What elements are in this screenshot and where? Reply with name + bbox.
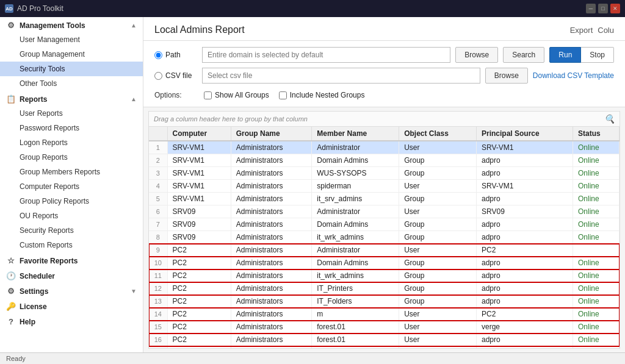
table-row[interactable]: 4SRV-VM1AdministratorsspidermanUserSRV-V… xyxy=(149,180,620,193)
settings-label: Settings xyxy=(20,287,48,296)
sidebar-item-computer-reports[interactable]: Computer Reports xyxy=(0,179,143,194)
sidebar-item-group-members-reports[interactable]: Group Members Reports xyxy=(0,165,143,179)
options-row: Options: Show All Groups Include Nested … xyxy=(154,88,614,101)
include-nested-text: Include Nested Groups xyxy=(290,91,365,99)
sidebar-item-password-reports[interactable]: Password Reports xyxy=(0,121,143,135)
path-browse-button[interactable]: Browse xyxy=(455,47,498,63)
sidebar-item-settings[interactable]: ⚙ Settings ▼ xyxy=(0,283,143,298)
cell-object-class: Group xyxy=(399,269,477,282)
show-all-groups-checkbox[interactable] xyxy=(204,91,212,99)
col-computer[interactable]: Computer xyxy=(167,127,231,141)
run-button[interactable]: Run xyxy=(549,47,581,63)
table-row[interactable]: 14PC2AdministratorsmUserPC2Online xyxy=(149,308,620,321)
row-num: 11 xyxy=(149,269,167,282)
path-input[interactable] xyxy=(202,47,450,63)
sidebar-item-other-tools[interactable]: Other Tools xyxy=(0,76,143,91)
table-wrapper[interactable]: Computer Group Name Member Name Object C… xyxy=(149,127,620,348)
path-radio[interactable] xyxy=(154,51,162,59)
path-search-button[interactable]: Search xyxy=(503,47,544,63)
csv-input[interactable] xyxy=(202,68,480,84)
table-row[interactable]: 17PC1AdministratorsAdministratorUserPC1O… xyxy=(149,346,620,349)
sidebar-section-reports[interactable]: 📋 Reports ▲ xyxy=(0,91,143,106)
cell-status xyxy=(573,244,620,257)
table-row[interactable]: 16PC2Administratorsforest.01UseradproOnl… xyxy=(149,334,620,346)
content-header: Local Admins Report Export Colu xyxy=(143,17,625,41)
settings-icon: ⚙ xyxy=(6,287,16,296)
cell-group-name: Administrators xyxy=(231,257,312,269)
sidebar-item-group-reports[interactable]: Group Reports xyxy=(0,150,143,165)
col-member-name[interactable]: Member Name xyxy=(312,127,399,141)
row-num: 17 xyxy=(149,346,167,349)
sidebar-item-security-tools[interactable]: Security Tools xyxy=(0,62,143,76)
cell-principal-source: SRV09 xyxy=(477,205,573,218)
sidebar-item-user-management[interactable]: User Management xyxy=(0,32,143,47)
path-radio-label[interactable]: Path xyxy=(154,51,197,59)
cell-principal-source: adpro xyxy=(477,193,573,205)
reports-chevron: ▲ xyxy=(131,96,137,102)
sidebar-item-security-reports[interactable]: Security Reports xyxy=(0,223,143,238)
sidebar-item-logon-reports[interactable]: Logon Reports xyxy=(0,135,143,150)
table-row[interactable]: 13PC2AdministratorsIT_FoldersGroupadproO… xyxy=(149,295,620,308)
csv-radio[interactable] xyxy=(154,72,162,80)
table-search-icon[interactable]: 🔍 xyxy=(604,114,615,124)
gpo-reports-label: Group Policy Reports xyxy=(20,197,89,205)
sidebar-item-scheduler[interactable]: 🕐 Scheduler xyxy=(0,268,143,283)
cell-group-name: Administrators xyxy=(231,154,312,167)
sidebar-item-help[interactable]: ? Help xyxy=(0,313,143,329)
col-num xyxy=(149,127,167,141)
download-csv-link[interactable]: Download CSV Template xyxy=(533,71,614,80)
col-status[interactable]: Status xyxy=(573,127,620,141)
cell-group-name: Administrators xyxy=(231,218,312,231)
cell-computer: SRV-VM1 xyxy=(167,193,231,205)
cell-status: Online xyxy=(573,205,620,218)
table-row[interactable]: 9PC2AdministratorsAdministratorUserPC2 xyxy=(149,244,620,257)
sidebar-section-management[interactable]: ⚙ Management Tools ▲ xyxy=(0,17,143,32)
col-object-class[interactable]: Object Class xyxy=(399,127,477,141)
row-num: 13 xyxy=(149,295,167,308)
columns-link[interactable]: Colu xyxy=(598,26,614,35)
sidebar-item-custom-reports[interactable]: Custom Reports xyxy=(0,238,143,252)
sidebar-item-group-management[interactable]: Group Management xyxy=(0,47,143,62)
include-nested-label[interactable]: Include Nested Groups xyxy=(279,91,365,99)
table-row[interactable]: 10PC2AdministratorsDomain AdminsGroupadp… xyxy=(149,257,620,269)
help-label: Help xyxy=(20,318,35,326)
cell-member-name: forest.01 xyxy=(312,334,399,346)
table-row[interactable]: 3SRV-VM1AdministratorsWUS-SYSOPSGroupadp… xyxy=(149,167,620,180)
minimize-button[interactable]: ─ xyxy=(586,4,596,13)
table-row[interactable]: 8SRV09Administratorsit_wrk_adminsGroupad… xyxy=(149,231,620,244)
cell-status: Online xyxy=(573,154,620,167)
export-link[interactable]: Export xyxy=(570,26,593,35)
sidebar-item-gpo-reports[interactable]: Group Policy Reports xyxy=(0,194,143,209)
table-row[interactable]: 11PC2Administratorsit_wrk_adminsGroupadp… xyxy=(149,269,620,282)
cell-object-class: Group xyxy=(399,218,477,231)
table-row[interactable]: 15PC2Administratorsforest.01UservergeOnl… xyxy=(149,321,620,334)
table-row[interactable]: 6SRV09AdministratorsAdministratorUserSRV… xyxy=(149,205,620,218)
group-management-label: Group Management xyxy=(20,50,85,59)
table-header-row: Computer Group Name Member Name Object C… xyxy=(149,127,620,141)
csv-radio-label[interactable]: CSV file xyxy=(154,71,197,80)
cell-principal-source: PC1 xyxy=(477,346,573,349)
close-button[interactable]: ✕ xyxy=(610,4,620,13)
sidebar-item-ou-reports[interactable]: OU Reports xyxy=(0,209,143,223)
table-row[interactable]: 12PC2AdministratorsIT_PrintersGroupadpro… xyxy=(149,282,620,295)
table-row[interactable]: 2SRV-VM1AdministratorsDomain AdminsGroup… xyxy=(149,154,620,167)
table-row[interactable]: 1SRV-VM1AdministratorsAdministratorUserS… xyxy=(149,141,620,154)
include-nested-checkbox[interactable] xyxy=(279,91,287,99)
titlebar: AD AD Pro Toolkit ─ □ ✕ xyxy=(0,0,625,17)
table-row[interactable]: 7SRV09AdministratorsDomain AdminsGroupad… xyxy=(149,218,620,231)
row-num: 2 xyxy=(149,154,167,167)
csv-browse-button[interactable]: Browse xyxy=(485,68,528,84)
sidebar-item-favorite-reports[interactable]: ☆ Favorite Reports xyxy=(0,252,143,268)
col-principal-source[interactable]: Principal Source xyxy=(477,127,573,141)
security-reports-label: Security Reports xyxy=(20,226,74,235)
stop-button[interactable]: Stop xyxy=(581,47,614,63)
maximize-button[interactable]: □ xyxy=(598,4,608,13)
cell-principal-source: adpro xyxy=(477,231,573,244)
cell-computer: SRV09 xyxy=(167,218,231,231)
show-all-groups-label[interactable]: Show All Groups xyxy=(204,91,269,99)
sidebar-item-user-reports[interactable]: User Reports xyxy=(0,106,143,121)
cell-member-name: Domain Admins xyxy=(312,257,399,269)
sidebar-item-license[interactable]: 🔑 License xyxy=(0,298,143,313)
col-group-name[interactable]: Group Name xyxy=(231,127,312,141)
table-row[interactable]: 5SRV-VM1Administratorsit_srv_adminsGroup… xyxy=(149,193,620,205)
